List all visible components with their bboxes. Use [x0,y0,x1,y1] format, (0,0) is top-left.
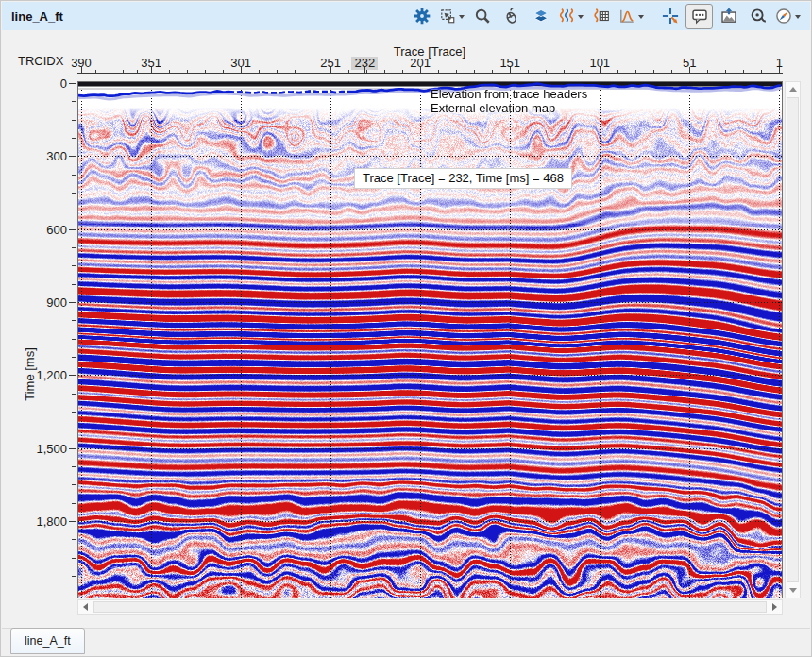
vertical-scroll-track[interactable] [786,96,800,583]
left-minor-tick [72,430,76,430]
left-minor-tick [72,284,76,285]
application-window: line_A_ft TRCIDX Trace [Trace] 390351301… [0,0,812,657]
legend-elevation-from-trace-headers: Elevation from trace headers [431,87,587,101]
scroll-right-button[interactable] [768,600,782,614]
scroll-up-button[interactable] [786,82,800,96]
left-minor-tick [72,484,76,485]
dropdown-caret-icon [459,15,465,22]
layers-icon [533,8,550,25]
time-tick-0: 0 [14,76,67,91]
toolbar-button-amplitude-histogram[interactable] [617,4,646,29]
wiggle-traces-icon [558,8,575,25]
left-minor-tick [72,503,76,504]
time-tick-1800: 1,800 [14,514,67,529]
select-arrow-icon [439,8,456,25]
toolbar-button-trace-header-table[interactable] [587,4,615,29]
left-minor-tick [72,394,76,395]
mouse-icon [503,8,520,25]
left-major-tick [69,521,76,522]
window-title: line_A_ft [2,9,63,24]
left-minor-tick [72,466,76,467]
time-tick-300: 300 [14,149,67,163]
left-major-tick [69,375,76,376]
left-minor-tick [72,101,76,102]
left-minor-tick [72,357,76,358]
left-minor-tick [72,193,76,194]
position-tooltip: Trace [Trace] = 232, Time [ms] = 468 [354,168,572,189]
left-minor-tick [72,320,76,321]
toolbar-button-settings[interactable] [408,4,435,29]
toolbar-button-measure-distance[interactable] [744,4,771,29]
left-major-tick [69,229,76,230]
left-minor-tick [72,576,76,577]
left-minor-tick [72,265,76,266]
tab-bar-separator [2,628,810,629]
elevation-legend: Elevation from trace headers External el… [431,87,587,115]
histogram-icon [618,8,635,25]
image-export-icon [720,8,737,25]
left-minor-tick [72,138,76,139]
triangle-up-icon [789,83,797,92]
left-minor-tick [72,120,76,121]
toolbar [408,4,810,29]
left-minor-tick [72,558,76,559]
horizontal-scroll-thumb[interactable] [93,601,767,613]
left-minor-tick [72,247,76,248]
trace-table-icon [593,8,610,25]
left-minor-tick [72,175,76,176]
measure-tape-icon [750,8,767,25]
triangle-down-icon [789,588,797,597]
title-bar: line_A_ft [2,2,810,30]
plot-frame [77,81,783,598]
left-major-tick [69,83,76,84]
left-minor-tick [72,339,76,340]
vertical-scroll-thumb[interactable] [787,97,799,582]
toolbar-button-export-image[interactable] [715,4,742,29]
horizontal-scroll-track[interactable] [93,600,768,614]
top-axis-corner-label: TRCIDX [18,54,63,68]
crosshair-icon [662,8,679,25]
time-tick-1500: 1,500 [14,442,67,456]
toolbar-button-mouse-pan[interactable] [498,4,525,29]
tooltip-bubble-icon [691,8,708,25]
toolbar-button-show-tooltip[interactable] [685,4,713,29]
dropdown-caret-icon [578,15,584,22]
triangle-right-icon [772,603,781,611]
horizontal-scrollbar[interactable] [77,599,783,615]
toolbar-button-zoom[interactable] [468,4,496,29]
toolbar-button-wiggle-display[interactable] [556,4,585,29]
toolbar-button-pick-position[interactable] [656,4,684,29]
scroll-down-button[interactable] [786,583,800,598]
left-major-tick [69,448,76,449]
scroll-left-button[interactable] [78,600,93,614]
magnifier-icon [474,8,491,25]
dropdown-caret-icon [795,15,801,22]
left-axis-title: Time [ms] [23,328,37,422]
vertical-scrollbar[interactable] [785,81,801,598]
left-minor-tick [72,211,76,211]
toolbar-button-layers[interactable] [527,4,554,29]
legend-external-elevation-map: External elevation map [431,101,587,115]
dropdown-caret-icon [638,15,644,22]
left-minor-tick [72,539,76,540]
left-minor-tick [72,412,76,413]
left-major-tick [69,156,76,157]
seismic-canvas[interactable] [78,82,782,598]
tab-line-a-ft[interactable]: line_A_ft [10,628,85,654]
gear-icon [414,8,431,25]
triangle-left-icon [79,603,88,611]
time-tick-900: 900 [14,295,67,310]
left-major-tick [69,302,76,303]
top-axis-line [77,73,783,74]
toolbar-button-select-mode[interactable] [437,4,466,29]
compass-icon [775,8,792,25]
time-tick-600: 600 [14,223,67,237]
toolbar-button-orientation-compass[interactable] [773,4,803,29]
